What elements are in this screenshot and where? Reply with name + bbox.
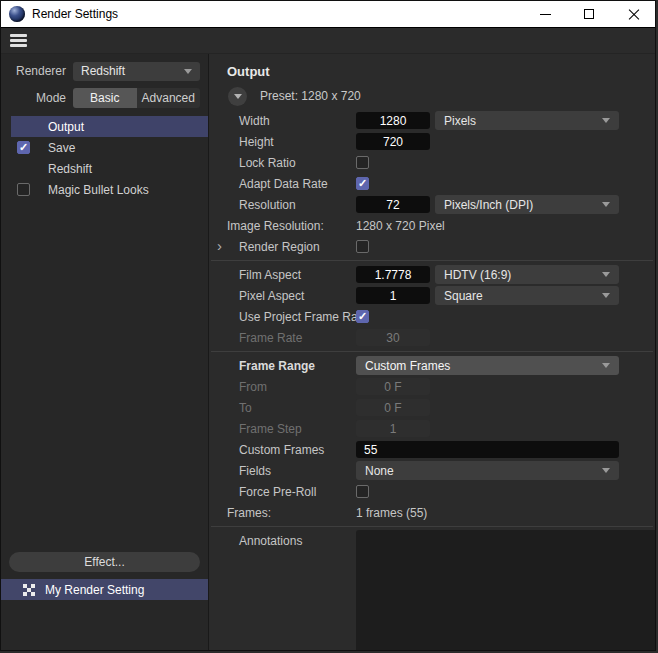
frame-range-value: Custom Frames xyxy=(365,359,450,373)
resolution-unit-value: Pixels/Inch (DPI) xyxy=(444,198,533,212)
mode-segmented-control: Basic Advanced xyxy=(73,88,200,108)
sidebar: Renderer Redshift Mode Basic Advanced Ou… xyxy=(1,54,209,650)
preset-row: Preset: 1280 x 720 xyxy=(209,86,655,106)
fields-row: Fields None xyxy=(209,460,655,481)
width-unit-dropdown[interactable]: Pixels xyxy=(435,111,619,130)
fields-dropdown[interactable]: None xyxy=(356,461,619,480)
close-button[interactable] xyxy=(611,1,655,27)
to-label: To xyxy=(209,401,356,415)
frames-label: Frames: xyxy=(209,506,356,520)
width-input[interactable] xyxy=(356,112,430,129)
render-region-checkbox[interactable] xyxy=(356,240,369,253)
frame-rate-input xyxy=(356,329,430,346)
sidebar-item-label: Magic Bullet Looks xyxy=(48,183,149,197)
adapt-data-rate-checkbox[interactable] xyxy=(356,177,369,190)
chevron-down-icon xyxy=(184,69,192,74)
maximize-button[interactable] xyxy=(567,1,611,27)
to-row: To xyxy=(209,397,655,418)
render-region-label: Render Region xyxy=(209,240,356,254)
magic-bullet-looks-checkbox[interactable] xyxy=(17,183,30,196)
render-setting-item[interactable]: My Render Setting xyxy=(1,579,208,600)
render-region-row: › Render Region xyxy=(209,236,655,257)
cinema4d-app-icon xyxy=(9,6,25,22)
chevron-down-icon xyxy=(602,118,610,123)
sidebar-item-output[interactable]: Output xyxy=(11,116,208,137)
width-row: Width Pixels xyxy=(209,110,655,131)
expand-chevron-icon[interactable]: › xyxy=(217,238,222,253)
custom-frames-label: Custom Frames xyxy=(209,443,356,457)
mode-row: Mode Basic Advanced xyxy=(1,88,200,108)
sidebar-item-save[interactable]: Save xyxy=(11,137,208,158)
image-resolution-value: 1280 x 720 Pixel xyxy=(356,219,445,233)
mode-label: Mode xyxy=(1,91,73,105)
from-input xyxy=(356,378,430,395)
force-pre-roll-checkbox[interactable] xyxy=(356,485,369,498)
chevron-down-icon xyxy=(234,94,242,99)
frame-rate-label: Frame Rate xyxy=(209,331,356,345)
minimize-icon xyxy=(540,14,551,15)
render-setting-checker-icon xyxy=(23,584,35,596)
minimize-button[interactable] xyxy=(523,1,567,27)
preset-dropdown-button[interactable] xyxy=(228,87,247,106)
effect-button[interactable]: Effect... xyxy=(9,552,200,572)
save-checkbox[interactable] xyxy=(17,141,30,154)
lock-ratio-row: Lock Ratio xyxy=(209,152,655,173)
film-aspect-input[interactable] xyxy=(356,266,430,283)
frame-step-label: Frame Step xyxy=(209,422,356,436)
titlebar: Render Settings xyxy=(1,1,655,28)
lock-ratio-checkbox[interactable] xyxy=(356,156,369,169)
height-label: Height xyxy=(209,135,356,149)
sidebar-item-magic-bullet-looks[interactable]: Magic Bullet Looks xyxy=(11,179,208,200)
preset-label: Preset: 1280 x 720 xyxy=(260,89,361,103)
menubar xyxy=(1,28,655,54)
chevron-down-icon xyxy=(602,468,610,473)
section-title: Output xyxy=(227,64,655,80)
adapt-data-rate-row: Adapt Data Rate xyxy=(209,173,655,194)
height-input[interactable] xyxy=(356,133,430,150)
lock-ratio-label: Lock Ratio xyxy=(209,156,356,170)
chevron-down-icon xyxy=(602,202,610,207)
mode-advanced-button[interactable]: Advanced xyxy=(137,88,201,108)
resolution-unit-dropdown[interactable]: Pixels/Inch (DPI) xyxy=(435,195,619,214)
film-aspect-label: Film Aspect xyxy=(209,268,356,282)
film-aspect-dropdown[interactable]: HDTV (16:9) xyxy=(435,265,619,284)
width-unit-value: Pixels xyxy=(444,114,476,128)
pixel-aspect-dropdown[interactable]: Square xyxy=(435,286,619,305)
adapt-data-rate-label: Adapt Data Rate xyxy=(209,177,356,191)
separator xyxy=(211,260,653,261)
annotations-label: Annotations xyxy=(209,534,356,548)
pixel-aspect-input[interactable] xyxy=(356,287,430,304)
maximize-icon xyxy=(584,9,594,19)
frames-value: 1 frames (55) xyxy=(356,506,427,520)
renderer-label: Renderer xyxy=(1,64,73,78)
sidebar-item-label: Output xyxy=(48,120,84,134)
frame-range-dropdown[interactable]: Custom Frames xyxy=(356,356,619,375)
annotations-textarea[interactable] xyxy=(356,530,655,650)
separator xyxy=(211,526,653,527)
custom-frames-input[interactable] xyxy=(356,441,619,458)
annotations-row: Annotations xyxy=(209,530,655,650)
force-pre-roll-row: Force Pre-Roll xyxy=(209,481,655,502)
pixel-aspect-row: Pixel Aspect Square xyxy=(209,285,655,306)
settings-rows: Width Pixels Height Lock Ratio Ad xyxy=(209,110,655,650)
use-project-frame-rate-label: Use Project Frame Rate xyxy=(209,310,356,324)
film-aspect-preset-value: HDTV (16:9) xyxy=(444,268,511,282)
resolution-input[interactable] xyxy=(356,196,430,213)
chevron-down-icon xyxy=(602,272,610,277)
use-project-frame-rate-row: Use Project Frame Rate xyxy=(209,306,655,327)
width-label: Width xyxy=(209,114,356,128)
frame-step-row: Frame Step xyxy=(209,418,655,439)
sidebar-item-label: Redshift xyxy=(48,162,92,176)
sidebar-item-redshift[interactable]: Redshift xyxy=(11,158,208,179)
height-row: Height xyxy=(209,131,655,152)
frames-row: Frames: 1 frames (55) xyxy=(209,502,655,523)
use-project-frame-rate-checkbox[interactable] xyxy=(356,310,369,323)
pixel-aspect-preset-value: Square xyxy=(444,289,483,303)
chevron-down-icon xyxy=(602,293,610,298)
hamburger-menu-icon[interactable] xyxy=(10,34,27,47)
renderer-dropdown[interactable]: Redshift xyxy=(73,62,200,81)
image-resolution-row: Image Resolution: 1280 x 720 Pixel xyxy=(209,215,655,236)
frame-step-input xyxy=(356,420,430,437)
mode-basic-button[interactable]: Basic xyxy=(73,88,137,108)
film-aspect-row: Film Aspect HDTV (16:9) xyxy=(209,264,655,285)
